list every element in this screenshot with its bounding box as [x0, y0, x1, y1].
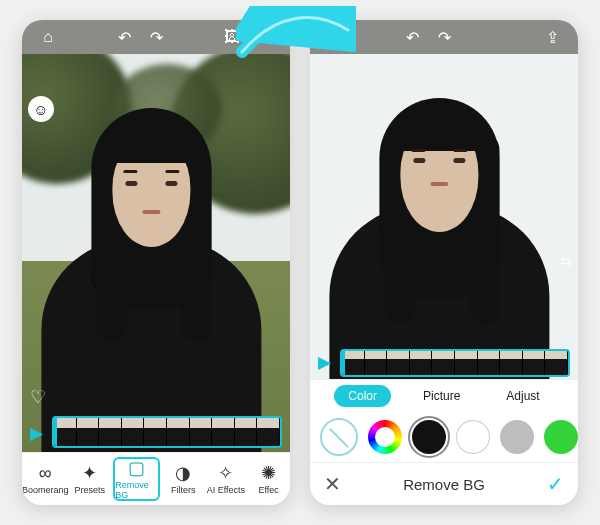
photo — [22, 54, 290, 452]
swatch-none[interactable] — [320, 418, 358, 456]
image-icon[interactable]: 🖼 — [220, 25, 244, 49]
phone-after: ↶ ↷ ⇪ ⇆ ▶ ColorPictureAdjust — [310, 20, 578, 505]
play-icon[interactable]: ▶ — [318, 352, 331, 373]
photo-nobg — [310, 54, 578, 379]
timeline[interactable] — [340, 349, 570, 377]
undo-icon[interactable]: ↶ — [112, 25, 136, 49]
effects-icon: ✺ — [261, 464, 276, 482]
presets-icon: ✦ — [82, 464, 97, 482]
boomerang-icon: ∞ — [39, 464, 52, 482]
timeline[interactable] — [52, 416, 282, 448]
color-swatch[interactable] — [544, 420, 578, 454]
canvas-before: ☺ ♡ ▶ — [22, 54, 290, 452]
toolbar: ↶ ↷ ⇪ — [310, 20, 578, 54]
subtab-adjust[interactable]: Adjust — [492, 385, 553, 407]
redo-icon[interactable]: ↷ — [432, 25, 456, 49]
color-swatches — [310, 412, 578, 462]
subtab-color[interactable]: Color — [334, 385, 391, 407]
tab-label: Remove BG — [115, 480, 158, 500]
phone-before: ⌂ ↶ ↷ 🖼 ⇪ ☺ ♡ ▶ — [22, 20, 290, 505]
tab-label: Effec — [258, 485, 278, 495]
aieffects-icon: ✧ — [218, 464, 233, 482]
subtabs: ColorPictureAdjust — [310, 379, 578, 412]
home-icon[interactable]: ⌂ — [36, 25, 60, 49]
color-swatch[interactable] — [412, 420, 446, 454]
tab-boomerang[interactable]: ∞Boomerang — [22, 453, 69, 505]
footer: ✕ Remove BG ✓ — [310, 462, 578, 505]
color-swatch[interactable] — [500, 420, 534, 454]
tab-presets[interactable]: ✦Presets — [69, 453, 112, 505]
canvas-after: ⇆ ▶ — [310, 54, 578, 379]
swatch-picker[interactable] — [368, 420, 402, 454]
close-icon[interactable]: ✕ — [324, 472, 341, 496]
face-badge-icon[interactable]: ☺ — [28, 96, 54, 122]
tab-ai-effects[interactable]: ✧AI Effects — [205, 453, 248, 505]
export-icon[interactable]: ⇪ — [252, 25, 276, 49]
redo-icon[interactable]: ↷ — [144, 25, 168, 49]
tab-label: AI Effects — [207, 485, 245, 495]
tab-effec[interactable]: ✺Effec — [247, 453, 290, 505]
export-icon[interactable]: ⇪ — [540, 25, 564, 49]
confirm-icon[interactable]: ✓ — [547, 472, 564, 496]
compare-icon[interactable]: ⇆ — [560, 253, 572, 269]
undo-icon[interactable]: ↶ — [400, 25, 424, 49]
toolbar: ⌂ ↶ ↷ 🖼 ⇪ — [22, 20, 290, 54]
tab-label: Presets — [75, 485, 106, 495]
subtab-picture[interactable]: Picture — [409, 385, 474, 407]
removebg-icon: ▢ — [128, 459, 145, 477]
favorite-icon[interactable]: ♡ — [30, 386, 46, 408]
tab-label: Boomerang — [22, 485, 69, 495]
bottom-tabs: ∞Boomerang✦Presets▢Remove BG◑Filters✧AI … — [22, 452, 290, 505]
tab-label: Filters — [171, 485, 196, 495]
tab-filters[interactable]: ◑Filters — [162, 453, 205, 505]
filters-icon: ◑ — [175, 464, 191, 482]
tab-remove-bg[interactable]: ▢Remove BG — [113, 457, 160, 501]
color-swatch[interactable] — [456, 420, 490, 454]
footer-title: Remove BG — [341, 476, 547, 493]
play-icon[interactable]: ▶ — [30, 423, 43, 444]
